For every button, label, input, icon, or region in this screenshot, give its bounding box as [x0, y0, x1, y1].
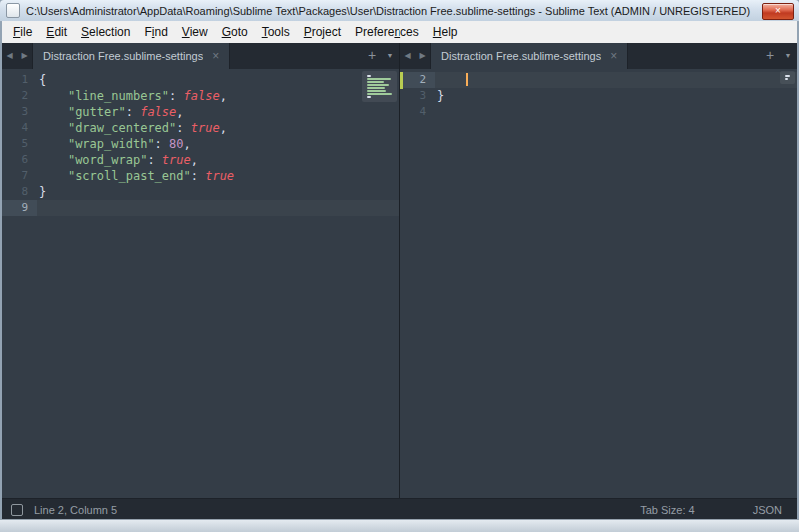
window-title: C:\Users\Administrator\AppData\Roaming\S…: [26, 5, 799, 17]
statusbar-left: Line 2, Column 5: [11, 504, 117, 516]
statusbar: Line 2, Column 5 Tab Size: 4 JSON: [2, 498, 797, 520]
menu-tools[interactable]: Tools: [255, 21, 297, 43]
menu-file[interactable]: File: [6, 21, 39, 43]
code-text: }: [435, 88, 444, 104]
code-lines: 1{2 "line_numbers": false,3 "gutter": fa…: [2, 72, 399, 216]
menu-edit[interactable]: Edit: [39, 21, 74, 43]
code-row-line-9[interactable]: 9: [2, 200, 399, 216]
code-row-line-3[interactable]: 3}: [400, 88, 797, 104]
menu-help[interactable]: Help: [426, 21, 465, 43]
tab-scroll-left-icon[interactable]: ◀: [2, 43, 17, 69]
tab-close-icon[interactable]: ×: [610, 50, 617, 62]
window-bottom-frame: [0, 519, 799, 532]
close-button[interactable]: ×: [762, 3, 794, 20]
cursor-position: Line 2, Column 5: [34, 504, 117, 516]
left-minimap[interactable]: [362, 71, 397, 102]
tab-distraction-free-settings[interactable]: Distraction Free.sublime-settings ×: [430, 43, 628, 69]
line-number[interactable]: 7: [2, 168, 37, 184]
line-number[interactable]: 3: [2, 104, 37, 120]
code-row-line-3[interactable]: 3 "gutter": false,: [2, 104, 399, 120]
right-pane: ◀ ▶ Distraction Free.sublime-settings × …: [400, 43, 797, 498]
tab-close-icon[interactable]: ×: [212, 50, 219, 62]
menu-preferences[interactable]: Preferences: [348, 21, 426, 43]
code-row-line-5[interactable]: 5 "wrap_width": 80,: [2, 136, 399, 152]
menu-project[interactable]: Project: [297, 21, 348, 43]
minimap-viewport: [780, 71, 795, 84]
line-number[interactable]: 8: [2, 184, 37, 200]
syntax-indicator[interactable]: JSON: [753, 504, 782, 516]
code-row-line-6[interactable]: 6 "word_wrap": true,: [2, 152, 399, 168]
app-icon: [6, 3, 20, 18]
tab-size-indicator[interactable]: Tab Size: 4: [640, 504, 694, 516]
close-icon: ×: [775, 5, 781, 16]
editor-area: ◀ ▶ Distraction Free.sublime-settings × …: [2, 43, 797, 498]
code-row-line-4[interactable]: 4 "draw_centered": true,: [2, 120, 399, 136]
code-text: [435, 104, 437, 120]
code-text: "word_wrap": true,: [37, 152, 198, 168]
menubar: FileEditSelectionFindViewGotoToolsProjec…: [2, 21, 797, 43]
tab-overflow-icon[interactable]: ▼: [779, 43, 797, 69]
text-caret: [466, 73, 468, 86]
new-tab-button[interactable]: +: [363, 43, 381, 69]
left-editor[interactable]: 1{2 "line_numbers": false,3 "gutter": fa…: [2, 69, 399, 498]
code-row-line-2[interactable]: 2: [400, 72, 797, 88]
right-tabbar: ◀ ▶ Distraction Free.sublime-settings × …: [400, 43, 797, 69]
code-text: {: [37, 72, 46, 88]
line-number[interactable]: 3: [400, 88, 435, 104]
code-row-line-2[interactable]: 2 "line_numbers": false,: [2, 88, 399, 104]
line-number[interactable]: 1: [2, 72, 37, 88]
code-text: "line_numbers": false,: [37, 88, 227, 104]
panel-toggle-icon[interactable]: [11, 504, 23, 516]
right-editor[interactable]: 2 3}4: [400, 69, 797, 498]
line-number[interactable]: 9: [2, 200, 37, 216]
tab-scroll-right-icon[interactable]: ▶: [17, 43, 32, 69]
tab-overflow-icon[interactable]: ▼: [381, 43, 399, 69]
menu-goto[interactable]: Goto: [215, 21, 255, 43]
tab-label: Distraction Free.sublime-settings: [43, 50, 203, 62]
titlebar[interactable]: C:\Users\Administrator\AppData\Roaming\S…: [0, 0, 799, 22]
sublime-text-window: C:\Users\Administrator\AppData\Roaming\S…: [0, 0, 799, 532]
code-text: }: [37, 184, 46, 200]
tab-distraction-free-settings[interactable]: Distraction Free.sublime-settings ×: [32, 43, 230, 69]
line-number[interactable]: 2: [2, 88, 37, 104]
line-number[interactable]: 6: [2, 152, 37, 168]
code-text: "gutter": false,: [37, 104, 184, 120]
left-pane: ◀ ▶ Distraction Free.sublime-settings × …: [2, 43, 399, 498]
code-row-line-8[interactable]: 8}: [2, 184, 399, 200]
right-minimap[interactable]: [780, 71, 795, 84]
code-text: "scroll_past_end": true: [37, 168, 234, 184]
statusbar-right: Tab Size: 4 JSON: [640, 504, 788, 516]
menu-view[interactable]: View: [175, 21, 215, 43]
code-lines: 2 3}4: [400, 72, 797, 120]
tabbar-spacer: [230, 43, 363, 69]
left-tabbar: ◀ ▶ Distraction Free.sublime-settings × …: [2, 43, 399, 69]
minimap-viewport: [362, 71, 397, 102]
code-row-line-4[interactable]: 4: [400, 104, 797, 120]
menu-find[interactable]: Find: [137, 21, 174, 43]
code-text: [37, 200, 39, 216]
line-number[interactable]: 5: [2, 136, 37, 152]
tab-scroll-left-icon[interactable]: ◀: [400, 43, 415, 69]
code-text: [435, 72, 468, 88]
tab-scroll-right-icon[interactable]: ▶: [415, 43, 430, 69]
code-row-line-7[interactable]: 7 "scroll_past_end": true: [2, 168, 399, 184]
new-tab-button[interactable]: +: [761, 43, 779, 69]
line-number[interactable]: 4: [2, 120, 37, 136]
tabbar-spacer: [628, 43, 761, 69]
line-number[interactable]: 2: [400, 72, 435, 88]
line-number[interactable]: 4: [400, 104, 435, 120]
code-row-line-1[interactable]: 1{: [2, 72, 399, 88]
code-text: "draw_centered": true,: [37, 120, 227, 136]
code-text: "wrap_width": 80,: [37, 136, 191, 152]
tab-label: Distraction Free.sublime-settings: [441, 50, 601, 62]
menu-selection[interactable]: Selection: [74, 21, 137, 43]
